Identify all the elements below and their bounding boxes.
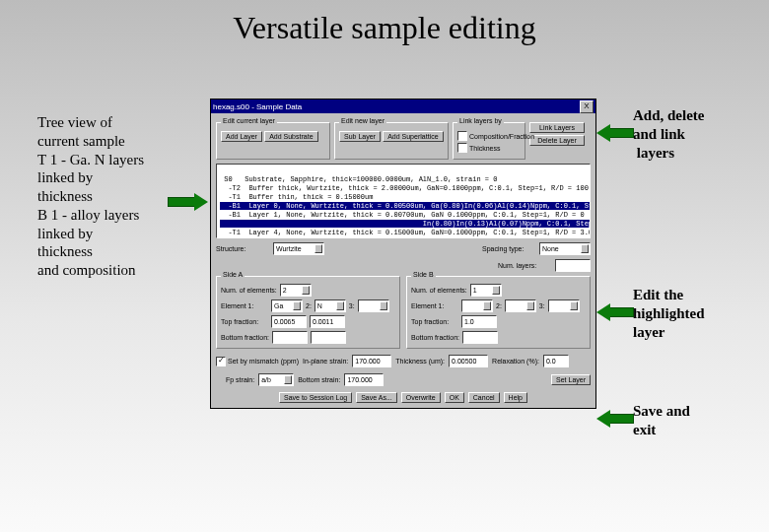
sidea-top1-input[interactable]: 0.0065: [271, 315, 307, 328]
sideb-numel-label: Num. of elements:: [411, 287, 467, 294]
sideb-el1-label: Element 1:: [411, 302, 458, 309]
tree-row-selected[interactable]: -B1 Layer 0, None, Wurtzite, thick = 0.0…: [220, 202, 591, 210]
mismatch-checkbox[interactable]: ✓Set by mismatch (ppm): [216, 357, 299, 366]
link-layers-button[interactable]: Link Layers: [529, 122, 585, 133]
sideb-bot-label: Bottom fraction:: [411, 334, 459, 341]
sidea-el3-label: 3:: [349, 302, 355, 309]
tree-row[interactable]: S0 Substrate, Sapphire, thick=100000.000…: [220, 175, 497, 183]
save-as-button[interactable]: Save As...: [356, 392, 397, 403]
add-substrate-button[interactable]: Add Substrate: [264, 131, 317, 142]
spacing-label: Spacing type:: [482, 245, 529, 252]
structure-select[interactable]: Wurtzite: [273, 242, 324, 255]
annotation-right-3: Save and exit: [633, 402, 690, 439]
numlayers-label: Num. layers:: [498, 262, 545, 269]
thickness-checkbox[interactable]: Thickness: [457, 143, 501, 153]
side-b-title: Side B: [411, 271, 436, 278]
sideb-el1-select[interactable]: [461, 299, 493, 312]
side-a-panel: Side A Num. of elements: 2 Element 1: Ga…: [216, 276, 400, 349]
tree-row[interactable]: -B1 Layer 1, None, Wurtzite, thick = 0.0…: [220, 211, 585, 219]
thickness-input[interactable]: 0.00500: [449, 355, 488, 367]
sideb-el3-select[interactable]: [548, 299, 580, 312]
help-button[interactable]: Help: [504, 392, 527, 403]
group-current-layer: Edit current layer: [221, 117, 277, 124]
sideb-numel-select[interactable]: 1: [470, 284, 502, 297]
delete-layer-button[interactable]: Delete Layer: [529, 135, 585, 146]
sideb-bot1-input[interactable]: [462, 331, 498, 344]
sub-layer-button[interactable]: Sub Layer: [339, 131, 381, 142]
set-layer-button[interactable]: Set Layer: [551, 374, 591, 385]
sidea-bot2-input[interactable]: [311, 331, 346, 344]
layer-tree[interactable]: S0 Substrate, Sapphire, thick=100000.000…: [216, 164, 591, 238]
slide-title: Versatile sample editing: [0, 10, 769, 46]
spacing-select[interactable]: None: [539, 242, 591, 255]
sidea-el1-select[interactable]: Ga: [271, 299, 303, 312]
sample-data-dialog: hexag.s00 - Sample Data X Edit current l…: [210, 99, 596, 409]
sideb-el3-label: 3:: [539, 302, 545, 309]
mismatch-label: Set by mismatch (ppm): [228, 358, 299, 365]
sidea-top-label: Top fraction:: [221, 318, 268, 325]
tree-row[interactable]: -T2 Buffer thick, Wurtzite, thick = 2.00…: [220, 184, 591, 192]
thickness-label2: Thickness (um):: [395, 358, 445, 365]
overwrite-button[interactable]: Overwrite: [401, 392, 441, 403]
annotation-right-1: Add, delete and link layers: [633, 106, 705, 162]
annotation-left: Tree view of current sample T 1 - Ga. N …: [37, 113, 144, 280]
tree-row[interactable]: -T1 Buffer thin, thick = 0.15000um: [220, 193, 373, 201]
thickness-label: Thickness: [469, 145, 501, 152]
fp-select[interactable]: a/b: [258, 373, 294, 386]
inplane-input[interactable]: 170.000: [352, 355, 391, 367]
close-icon[interactable]: X: [580, 100, 594, 113]
composition-label: Composition/Fraction: [469, 133, 534, 140]
sidea-el3-select[interactable]: [358, 299, 389, 312]
botstrain-input[interactable]: 170.000: [344, 373, 384, 386]
relax-input[interactable]: 0.0: [543, 355, 569, 367]
sidea-el1-label: Element 1:: [221, 302, 268, 309]
side-b-panel: Side B Num. of elements: 1 Element 1: 2:…: [406, 276, 591, 349]
tree-row-selected[interactable]: In(0.80)In(0.13)Al(0.07)Nppm, C:0.1, Ste…: [220, 220, 591, 228]
group-new-layer: Edit new layer: [339, 117, 386, 124]
tree-row[interactable]: -T1 Layer 4, None, Wurtzite, thick = 0.1…: [220, 229, 591, 236]
sideb-top1-input[interactable]: 1.0: [461, 315, 497, 328]
window-title: hexag.s00 - Sample Data: [213, 102, 302, 111]
sideb-el2-select[interactable]: [505, 299, 536, 312]
sidea-numel-select[interactable]: 2: [280, 284, 312, 297]
titlebar[interactable]: hexag.s00 - Sample Data X: [211, 100, 595, 113]
relax-label: Relaxation (%):: [492, 358, 539, 365]
save-session-button[interactable]: Save to Session Log: [279, 392, 352, 403]
add-layer-button[interactable]: Add Layer: [221, 131, 262, 142]
structure-label: Structure:: [216, 245, 263, 252]
ok-button[interactable]: OK: [445, 392, 464, 403]
group-link: Link layers by: [457, 117, 504, 124]
sideb-top-label: Top fraction:: [411, 318, 458, 325]
sidea-top2-input[interactable]: 0.0011: [310, 315, 345, 328]
side-a-title: Side A: [221, 271, 245, 278]
cancel-button[interactable]: Cancel: [468, 392, 500, 403]
annotation-right-2: Edit the highlighted layer: [633, 286, 705, 341]
numlayers-input[interactable]: [555, 259, 591, 272]
botstrain-label: Bottom strain:: [298, 376, 340, 383]
composition-checkbox[interactable]: Composition/Fraction: [457, 131, 534, 141]
add-superlattice-button[interactable]: Add Superlattice: [383, 131, 443, 142]
sidea-bot-label: Bottom fraction:: [221, 334, 269, 341]
sideb-el2-label: 2:: [496, 302, 502, 309]
sidea-el2-label: 2:: [306, 302, 312, 309]
sidea-bot1-input[interactable]: [272, 331, 308, 344]
sidea-el2-select[interactable]: N: [315, 299, 346, 312]
sidea-numel-label: Num. of elements:: [221, 287, 277, 294]
fp-label: Fp strain:: [226, 376, 254, 383]
inplane-label: In-plane strain:: [303, 358, 348, 365]
